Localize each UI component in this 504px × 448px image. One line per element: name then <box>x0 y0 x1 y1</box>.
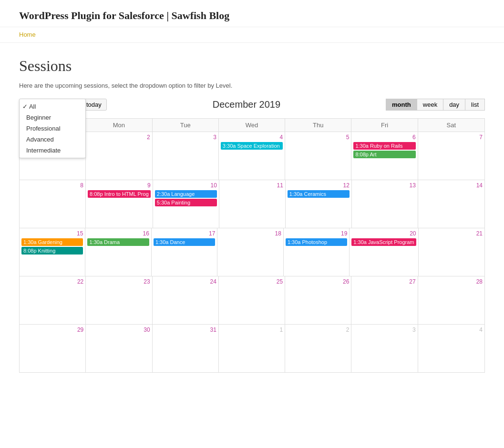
calendar-weeks: 12343:30a Space Exploration561:30a Ruby … <box>20 132 484 372</box>
cal-cell-4-0[interactable]: 29 <box>20 325 86 372</box>
cal-cell-2-2[interactable]: 171:30a Dance <box>152 228 217 276</box>
cal-cell-4-5[interactable]: 3 <box>351 325 418 372</box>
calendar-wrapper: AllBeginnerProfessionalAdvancedIntermedi… <box>19 99 485 373</box>
calendar-event[interactable]: 1:30a Drama <box>87 238 149 246</box>
day-num: 8 <box>21 182 83 189</box>
view-btn-week[interactable]: week <box>417 99 443 111</box>
calendar-event[interactable]: 8:08p Art <box>353 151 415 158</box>
day-num: 4 <box>221 134 283 141</box>
cal-cell-0-5[interactable]: 61:30a Ruby on Rails8:08p Art <box>351 132 418 180</box>
day-num: 23 <box>88 278 150 285</box>
day-num: 25 <box>221 278 283 285</box>
cal-cell-1-3[interactable]: 11 <box>219 180 286 228</box>
dropdown-item-professional[interactable]: Professional <box>20 123 85 134</box>
day-header-wed: Wed <box>219 119 285 132</box>
nav-bar: Home <box>0 27 504 43</box>
cal-cell-0-6[interactable]: 7 <box>418 132 484 180</box>
calendar-event[interactable]: 1:30a Ruby on Rails <box>353 142 415 150</box>
cal-cell-0-4[interactable]: 5 <box>285 132 351 180</box>
cal-cell-2-5[interactable]: 201:30a JavaScript Program <box>350 228 418 276</box>
page-description: Here are the upcoming sessions, select t… <box>19 82 485 89</box>
cal-cell-4-4[interactable]: 2 <box>285 325 351 372</box>
calendar-event[interactable]: 1:30a JavaScript Program <box>351 238 416 246</box>
day-num: 16 <box>87 230 149 237</box>
day-num: 30 <box>88 326 150 333</box>
day-num: 27 <box>353 278 415 285</box>
cal-cell-1-6[interactable]: 14 <box>418 180 484 228</box>
calendar-event[interactable]: 1:30a Photoshop <box>286 238 347 246</box>
cal-cell-3-1[interactable]: 23 <box>86 276 152 324</box>
day-num: 5 <box>287 134 349 141</box>
cal-cell-1-4[interactable]: 121:30a Ceramics <box>286 180 352 228</box>
level-dropdown[interactable]: AllBeginnerProfessionalAdvancedIntermedi… <box>19 99 86 158</box>
calendar-event[interactable]: 2:30a Language <box>155 190 217 198</box>
day-num: 2 <box>287 326 349 333</box>
cal-cell-0-3[interactable]: 43:30a Space Exploration <box>219 132 285 180</box>
cal-cell-2-1[interactable]: 161:30a Drama <box>85 228 151 276</box>
day-num: 19 <box>286 230 347 237</box>
cal-cell-2-4[interactable]: 191:30a Photoshop <box>284 228 350 276</box>
day-num: 24 <box>154 278 216 285</box>
dropdown-item-advanced[interactable]: Advanced <box>20 134 85 145</box>
cal-cell-4-6[interactable]: 4 <box>418 325 484 372</box>
dropdown-item-beginner[interactable]: Beginner <box>20 112 85 123</box>
cal-cell-1-2[interactable]: 102:30a Language5:30a Painting <box>153 180 219 228</box>
calendar-event[interactable]: 3:30a Space Exploration <box>221 142 283 150</box>
day-num: 18 <box>219 230 281 237</box>
cal-cell-4-1[interactable]: 30 <box>86 325 152 372</box>
cal-cell-3-5[interactable]: 27 <box>351 276 418 324</box>
view-btn-list[interactable]: list <box>465 99 485 111</box>
cal-week-3: 22232425262728 <box>20 276 484 325</box>
day-num: 3 <box>353 326 415 333</box>
cal-week-1: 898:08p Intro to HTML Prog102:30a Langua… <box>20 180 484 228</box>
cal-cell-3-4[interactable]: 26 <box>285 276 351 324</box>
day-num: 22 <box>21 278 83 285</box>
cal-cell-3-2[interactable]: 24 <box>153 276 219 324</box>
calendar-event[interactable]: 8:08p Intro to HTML Prog <box>88 190 151 198</box>
cal-cell-0-1[interactable]: 2 <box>86 132 152 180</box>
day-headers: SunMonTueWedThuFriSat <box>20 119 484 132</box>
view-btn-day[interactable]: day <box>443 99 465 111</box>
cal-cell-1-5[interactable]: 13 <box>352 180 418 228</box>
cal-cell-2-3[interactable]: 18 <box>217 228 283 276</box>
cal-cell-2-0[interactable]: 151:30a Gardening8:08p Knitting <box>20 228 85 276</box>
day-num: 29 <box>21 326 83 333</box>
day-header-tue: Tue <box>153 119 219 132</box>
calendar-event[interactable]: 1:30a Gardening <box>21 238 83 246</box>
day-header-mon: Mon <box>86 119 152 132</box>
cal-cell-0-2[interactable]: 3 <box>153 132 219 180</box>
calendar-title: December 2019 <box>107 99 386 110</box>
calendar-event[interactable]: 1:30a Dance <box>154 238 215 246</box>
day-num: 12 <box>288 182 350 189</box>
day-num: 4 <box>420 326 483 333</box>
cal-cell-4-3[interactable]: 1 <box>219 325 285 372</box>
day-num: 15 <box>21 230 83 237</box>
calendar-grid: SunMonTueWedThuFriSat 12343:30a Space Ex… <box>19 118 485 373</box>
day-num: 26 <box>287 278 349 285</box>
cal-cell-4-2[interactable]: 31 <box>153 325 219 372</box>
view-btn-month[interactable]: month <box>386 99 417 111</box>
page-title: Sessions <box>19 57 485 75</box>
day-num: 7 <box>420 134 483 141</box>
calendar-event[interactable]: 1:30a Ceramics <box>288 190 350 198</box>
cal-cell-3-6[interactable]: 28 <box>418 276 484 324</box>
cal-cell-1-1[interactable]: 98:08p Intro to HTML Prog <box>86 180 153 228</box>
cal-cell-2-6[interactable]: 21 <box>419 228 484 276</box>
dropdown-item-all[interactable]: All <box>20 101 85 112</box>
site-header: WordPress Plugin for Salesforce | Sawfis… <box>0 0 504 27</box>
calendar-event[interactable]: 5:30a Painting <box>155 199 217 206</box>
day-header-sat: Sat <box>418 119 484 132</box>
cal-cell-3-3[interactable]: 25 <box>219 276 285 324</box>
nav-home-link[interactable]: Home <box>19 31 36 38</box>
calendar-event[interactable]: 8:08p Knitting <box>21 247 83 255</box>
view-buttons: monthweekdaylist <box>386 99 485 111</box>
day-num: 10 <box>155 182 217 189</box>
cal-cell-1-0[interactable]: 8 <box>20 180 86 228</box>
day-num: 17 <box>154 230 215 237</box>
day-num: 13 <box>354 182 416 189</box>
day-num: 2 <box>88 134 150 141</box>
day-header-fri: Fri <box>351 119 418 132</box>
cal-cell-3-0[interactable]: 22 <box>20 276 86 324</box>
dropdown-item-intermediate[interactable]: Intermediate <box>20 145 85 156</box>
day-num: 31 <box>154 326 216 333</box>
